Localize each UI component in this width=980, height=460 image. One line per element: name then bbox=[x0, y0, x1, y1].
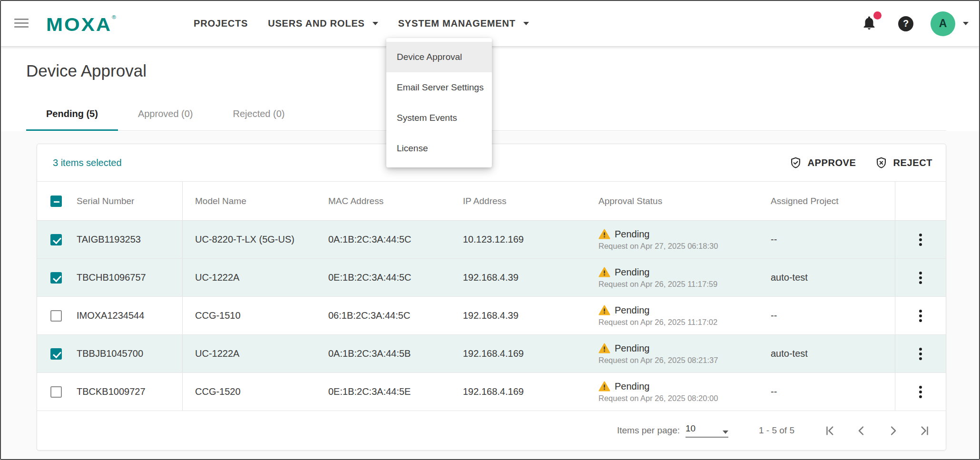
request-timestamp: Request on Apr 26, 2025 11:17:02 bbox=[598, 318, 717, 327]
kebab-menu-icon[interactable] bbox=[916, 345, 925, 363]
items-per-page-select[interactable]: 10 bbox=[686, 423, 728, 438]
status-text: Pending bbox=[615, 381, 649, 392]
cell-serial-number: TBCKB1009727 bbox=[73, 373, 183, 411]
items-per-page-label: Items per page: bbox=[617, 425, 680, 436]
menu-item-system-events[interactable]: System Events bbox=[386, 103, 492, 133]
cell-assigned-project: -- bbox=[764, 221, 895, 258]
warning-icon bbox=[598, 381, 610, 391]
system-management-dropdown: Device Approval Email Server Settings Sy… bbox=[386, 38, 492, 167]
account-chevron-down-icon[interactable] bbox=[963, 22, 969, 25]
avatar[interactable]: A bbox=[931, 11, 955, 36]
column-header-serial-number: Serial Number bbox=[73, 182, 183, 220]
cell-assigned-project: auto-test bbox=[764, 259, 895, 296]
table-row[interactable]: TBBJB1045700 UC-1222A 0A:1B:2C:3A:44:5B … bbox=[37, 335, 946, 373]
cell-mac-address: 0A:1B:2C:3A:44:5C bbox=[316, 221, 449, 258]
cell-approval-status: Pending Request on Apr 26, 2025 08:21:37 bbox=[592, 335, 764, 372]
cell-model-name: CCG-1510 bbox=[183, 297, 316, 334]
cell-ip-address: 10.123.12.169 bbox=[449, 221, 592, 258]
pagination-bar: Items per page: 10 1 - 5 of 5 bbox=[37, 411, 946, 450]
menu-item-email-server-settings[interactable]: Email Server Settings bbox=[386, 72, 492, 103]
tab-approved[interactable]: Approved (0) bbox=[118, 98, 213, 130]
request-timestamp: Request on Apr 26, 2025 08:21:37 bbox=[598, 356, 718, 365]
app-window: MOXA® PROJECTS USERS AND ROLES SYSTEM MA… bbox=[0, 0, 980, 460]
column-header-mac-address: MAC Address bbox=[316, 182, 449, 220]
kebab-menu-icon[interactable] bbox=[916, 383, 925, 401]
tab-pending[interactable]: Pending (5) bbox=[26, 98, 118, 130]
cell-approval-status: Pending Request on Apr 26, 2025 08:20:00 bbox=[592, 373, 764, 411]
request-timestamp: Request on Apr 26, 2025 08:20:00 bbox=[598, 394, 718, 403]
table-row[interactable]: IMOXA1234544 CCG-1510 06:1B:2C:3A:44:5C … bbox=[37, 297, 946, 335]
cell-model-name: UC-1222A bbox=[183, 335, 316, 372]
help-button[interactable]: ? bbox=[898, 16, 913, 31]
reject-button[interactable]: REJECT bbox=[875, 157, 932, 169]
next-page-button[interactable] bbox=[887, 424, 900, 437]
nav-item-users-and-roles[interactable]: USERS AND ROLES bbox=[268, 18, 378, 29]
table-body: TAIGB1193253 UC-8220-T-LX (5G-US) 0A:1B:… bbox=[37, 221, 946, 411]
nav-item-projects[interactable]: PROJECTS bbox=[194, 18, 248, 29]
cell-ip-address: 192.168.4.39 bbox=[449, 297, 592, 334]
cell-serial-number: TBBJB1045700 bbox=[73, 335, 183, 372]
warning-icon bbox=[598, 343, 610, 353]
cell-ip-address: 192.168.4.169 bbox=[449, 373, 592, 411]
chevron-down-icon bbox=[372, 22, 378, 25]
chevron-down-icon bbox=[523, 22, 529, 25]
column-header-approval-status: Approval Status bbox=[592, 182, 764, 220]
status-text: Pending bbox=[615, 229, 649, 240]
select-chevron-down-icon bbox=[723, 431, 728, 434]
kebab-menu-icon[interactable] bbox=[916, 269, 925, 287]
column-header-assigned-project: Assigned Project bbox=[764, 182, 895, 220]
kebab-menu-icon[interactable] bbox=[916, 231, 925, 249]
select-all-checkbox[interactable] bbox=[50, 196, 62, 207]
tab-rejected[interactable]: Rejected (0) bbox=[213, 98, 305, 130]
cell-serial-number: TBCHB1096757 bbox=[73, 259, 183, 296]
column-header-ip-address: IP Address bbox=[449, 182, 592, 220]
table-row[interactable]: TAIGB1193253 UC-8220-T-LX (5G-US) 0A:1B:… bbox=[37, 221, 946, 259]
table-row[interactable]: TBCHB1096757 UC-1222A 0E:1B:2C:3A:44:5C … bbox=[37, 259, 946, 297]
shield-x-icon bbox=[875, 157, 888, 169]
last-page-button[interactable] bbox=[919, 424, 931, 437]
page-range: 1 - 5 of 5 bbox=[759, 425, 794, 436]
device-table-card: 3 items selected APPROVE REJECT bbox=[37, 144, 946, 450]
row-checkbox[interactable] bbox=[50, 348, 62, 360]
kebab-menu-icon[interactable] bbox=[916, 307, 925, 325]
cell-model-name: UC-1222A bbox=[183, 259, 316, 296]
hamburger-menu-icon[interactable] bbox=[14, 19, 29, 29]
status-text: Pending bbox=[615, 343, 649, 354]
approve-button[interactable]: APPROVE bbox=[789, 157, 856, 169]
cell-model-name: CCG-1520 bbox=[183, 373, 316, 411]
cell-approval-status: Pending Request on Apr 26, 2025 11:17:02 bbox=[592, 297, 764, 334]
cell-approval-status: Pending Request on Apr 27, 2025 06:18:30 bbox=[592, 221, 764, 258]
cell-approval-status: Pending Request on Apr 26, 2025 11:17:59 bbox=[592, 259, 764, 296]
selection-count: 3 items selected bbox=[53, 157, 122, 168]
warning-icon bbox=[598, 229, 610, 239]
cell-mac-address: 0E:1B:2C:3A:44:5C bbox=[316, 259, 449, 296]
cell-model-name: UC-8220-T-LX (5G-US) bbox=[183, 221, 316, 258]
previous-page-button[interactable] bbox=[855, 424, 868, 437]
cell-ip-address: 192.168.4.169 bbox=[449, 335, 592, 372]
cell-assigned-project: -- bbox=[764, 297, 895, 334]
request-timestamp: Request on Apr 26, 2025 11:17:59 bbox=[598, 280, 717, 289]
cell-assigned-project: -- bbox=[764, 373, 895, 411]
status-text: Pending bbox=[615, 267, 649, 278]
column-header-model-name: Model Name bbox=[183, 182, 316, 220]
notification-badge bbox=[873, 11, 882, 20]
cell-ip-address: 192.168.4.39 bbox=[449, 259, 592, 296]
nav-item-system-management[interactable]: SYSTEM MANAGEMENT bbox=[398, 18, 529, 29]
row-checkbox[interactable] bbox=[50, 310, 62, 322]
cell-mac-address: 06:1B:2C:3A:44:5C bbox=[316, 297, 449, 334]
menu-item-device-approval[interactable]: Device Approval bbox=[386, 42, 492, 72]
table-row[interactable]: TBCKB1009727 CCG-1520 0E:1B:2C:3A:44:5E … bbox=[37, 373, 946, 411]
menu-item-license[interactable]: License bbox=[386, 133, 492, 164]
notifications-button[interactable] bbox=[861, 15, 877, 33]
row-checkbox[interactable] bbox=[50, 386, 62, 398]
cell-serial-number: TAIGB1193253 bbox=[73, 221, 183, 258]
cell-serial-number: IMOXA1234544 bbox=[73, 297, 183, 334]
table-header: Serial Number Model Name MAC Address IP … bbox=[37, 182, 946, 221]
moxa-logo[interactable]: MOXA® bbox=[46, 14, 118, 35]
cell-mac-address: 0E:1B:2C:3A:44:5E bbox=[316, 373, 449, 411]
cell-mac-address: 0A:1B:2C:3A:44:5B bbox=[316, 335, 449, 372]
cell-assigned-project: auto-test bbox=[764, 335, 895, 372]
row-checkbox[interactable] bbox=[50, 234, 62, 245]
row-checkbox[interactable] bbox=[50, 272, 62, 284]
first-page-button[interactable] bbox=[823, 424, 836, 437]
